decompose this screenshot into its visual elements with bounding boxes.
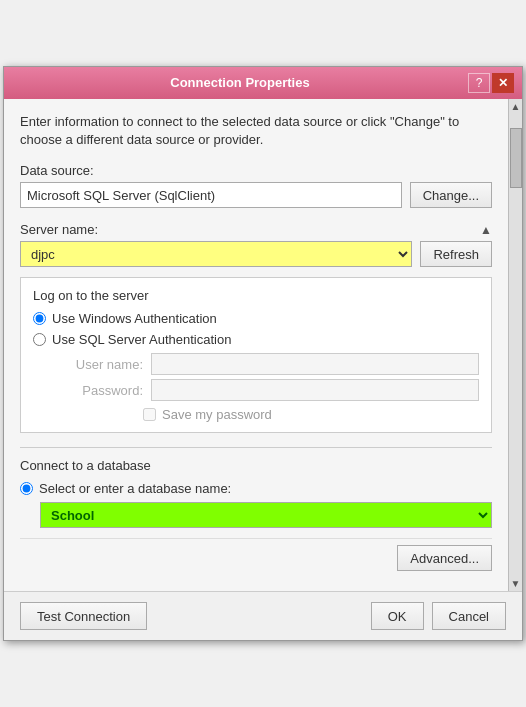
server-name-row: djpc Refresh: [20, 241, 492, 267]
scroll-down-arrow[interactable]: ▼: [509, 576, 523, 591]
server-name-header: Server name: ▲: [20, 222, 492, 237]
advanced-button[interactable]: Advanced...: [397, 545, 492, 571]
logon-section: Log on to the server Use Windows Authent…: [20, 277, 492, 433]
advanced-row: Advanced...: [20, 538, 492, 577]
test-connection-button[interactable]: Test Connection: [20, 602, 147, 630]
windows-auth-row: Use Windows Authentication: [33, 311, 479, 326]
server-name-section: Server name: ▲ djpc Refresh: [20, 222, 492, 267]
data-source-input[interactable]: [20, 182, 402, 208]
scroll-up-arrow[interactable]: ▲: [509, 99, 523, 114]
connection-properties-dialog: Connection Properties ? ✕ Enter informat…: [3, 66, 523, 641]
select-db-radio[interactable]: [20, 482, 33, 495]
save-password-checkbox[interactable]: [143, 408, 156, 421]
password-label: Password:: [53, 379, 143, 401]
connect-db-title: Connect to a database: [20, 458, 492, 473]
windows-auth-radio[interactable]: [33, 312, 46, 325]
logon-title: Log on to the server: [33, 288, 479, 303]
scrollbar-thumb[interactable]: [510, 128, 522, 188]
footer-left: Test Connection: [20, 602, 363, 630]
server-name-select[interactable]: djpc: [20, 241, 412, 267]
save-password-label[interactable]: Save my password: [162, 407, 272, 422]
credentials-grid: User name: Password:: [33, 353, 479, 401]
select-db-label[interactable]: Select or enter a database name:: [39, 481, 231, 496]
username-label: User name:: [53, 353, 143, 375]
dialog-footer: Test Connection OK Cancel: [4, 591, 522, 640]
data-source-row: Change...: [20, 182, 492, 208]
dialog-title: Connection Properties: [12, 75, 468, 90]
dialog-body: Enter information to connect to the sele…: [4, 99, 508, 591]
db-name-select[interactable]: School: [40, 502, 492, 528]
sql-auth-row: Use SQL Server Authentication: [33, 332, 479, 347]
ok-button[interactable]: OK: [371, 602, 424, 630]
description-text: Enter information to connect to the sele…: [20, 113, 492, 149]
section-divider: [20, 447, 492, 448]
username-input[interactable]: [151, 353, 479, 375]
db-radio-row: Select or enter a database name:: [20, 481, 492, 496]
change-button[interactable]: Change...: [410, 182, 492, 208]
server-name-label: Server name:: [20, 222, 98, 237]
title-bar: Connection Properties ? ✕: [4, 67, 522, 99]
connect-db-section: Connect to a database Select or enter a …: [20, 458, 492, 528]
scrollbar: ▲ ▼: [508, 99, 522, 591]
data-source-label: Data source:: [20, 163, 492, 178]
save-password-row: Save my password: [33, 407, 479, 422]
password-input[interactable]: [151, 379, 479, 401]
dialog-content-area: Enter information to connect to the sele…: [4, 99, 522, 591]
help-button[interactable]: ?: [468, 73, 490, 93]
close-button[interactable]: ✕: [492, 73, 514, 93]
cancel-button[interactable]: Cancel: [432, 602, 506, 630]
collapse-arrow-icon[interactable]: ▲: [480, 223, 492, 237]
main-content: Enter information to connect to the sele…: [4, 99, 508, 591]
sql-auth-radio[interactable]: [33, 333, 46, 346]
title-buttons: ? ✕: [468, 73, 514, 93]
refresh-button[interactable]: Refresh: [420, 241, 492, 267]
sql-auth-label[interactable]: Use SQL Server Authentication: [52, 332, 231, 347]
windows-auth-label[interactable]: Use Windows Authentication: [52, 311, 217, 326]
footer-right: OK Cancel: [371, 602, 506, 630]
db-name-row: School: [20, 502, 492, 528]
